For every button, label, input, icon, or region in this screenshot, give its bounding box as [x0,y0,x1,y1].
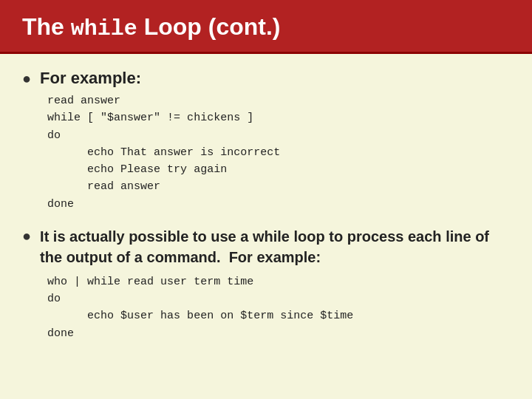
bullet-label-2: It is actually possible to use a while l… [40,226,510,267]
code-line: echo Please try again [47,161,510,178]
code-line: echo $user has been on $term since $time [47,307,510,324]
title-prefix: The [22,13,71,40]
slide-content: ● For example: read answer while [ "$ans… [0,54,532,399]
title-suffix: Loop (cont.) [137,13,281,40]
bullet-label-1: For example: [40,69,510,88]
bullet-text-2: It is actually possible to use a while l… [40,226,510,342]
bullet-item-1: ● For example: read answer while [ "$ans… [22,69,510,213]
code-line: do [47,290,510,307]
code-line: read answer [47,178,510,195]
code-line: done [47,196,510,213]
bullet-dot-1: ● [22,70,31,87]
title-code: while [71,16,137,41]
slide: The while Loop (cont.) ● For example: re… [0,0,532,399]
code-line: read answer [47,92,510,109]
code-line: done [47,325,510,342]
code-block-2: who | while read user term time do echo … [47,273,510,342]
bullet-dot-2: ● [22,228,31,245]
bullet-item-2: ● It is actually possible to use a while… [22,226,510,342]
slide-title: The while Loop (cont.) [22,13,510,41]
code-line: while [ "$answer" != chickens ] [47,109,510,126]
code-line: do [47,127,510,144]
code-line: who | while read user term time [47,273,510,290]
bullet-text-1: For example: read answer while [ "$answe… [40,69,510,213]
slide-header: The while Loop (cont.) [0,0,532,54]
code-block-1: read answer while [ "$answer" != chicken… [47,92,510,213]
code-line: echo That answer is incorrect [47,144,510,161]
